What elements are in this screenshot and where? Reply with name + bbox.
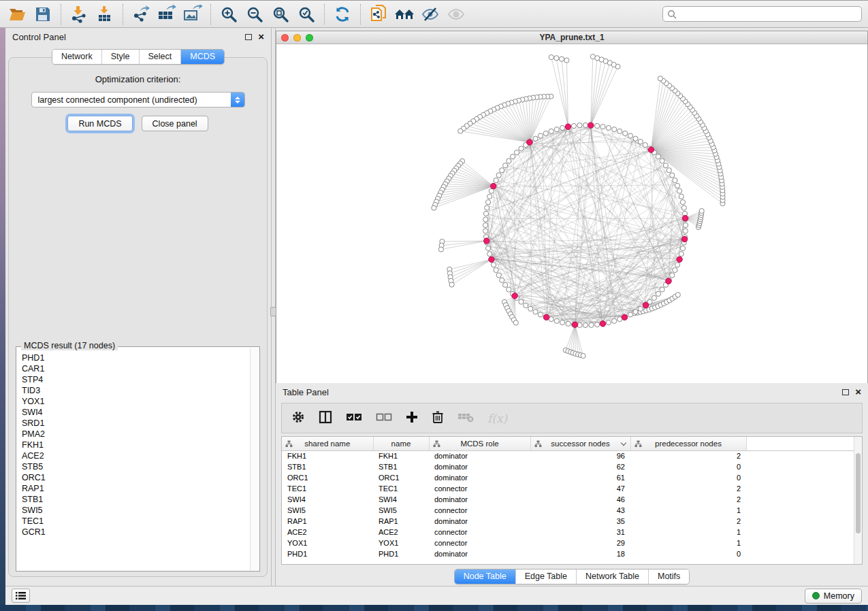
- select-all-icon[interactable]: [346, 412, 362, 425]
- search-box[interactable]: [662, 6, 862, 22]
- mcds-result-item[interactable]: TID3: [22, 385, 250, 396]
- mcds-result-item[interactable]: STB1: [22, 494, 250, 505]
- tab-edge-table[interactable]: Edge Table: [515, 569, 576, 584]
- table-row[interactable]: SWI4SWI4dominator462: [282, 494, 863, 505]
- network-view-window: YPA_prune.txt_1: [276, 31, 868, 383]
- toolbar-separator: [61, 4, 61, 24]
- table-row[interactable]: YOX1YOX1connector291: [282, 538, 863, 548]
- memory-status-icon: [812, 592, 820, 599]
- table-row[interactable]: RAP1RAP1dominator352: [282, 516, 863, 527]
- import-network-icon[interactable]: [69, 4, 89, 24]
- mcds-result-item[interactable]: TEC1: [22, 516, 250, 527]
- table-settings-icon[interactable]: [291, 410, 305, 427]
- tab-motifs[interactable]: Motifs: [648, 569, 689, 584]
- mcds-result-title: MCDS result (17 nodes): [21, 341, 118, 350]
- tab-node-table[interactable]: Node Table: [455, 569, 515, 584]
- table-panel-title: Table Panel: [283, 387, 329, 397]
- app-body: Control Panel × Network Style Select MCD…: [5, 28, 868, 586]
- mcds-result-item[interactable]: GCR1: [22, 527, 250, 538]
- show-columns-icon[interactable]: [319, 410, 332, 427]
- tab-network[interactable]: Network: [52, 50, 101, 64]
- mcds-result-item[interactable]: STP4: [22, 374, 250, 385]
- criterion-dropdown[interactable]: largest connected component (undirected): [31, 92, 245, 108]
- table-row[interactable]: FKH1FKH1dominator962: [282, 450, 863, 461]
- mcds-result-item[interactable]: CAR1: [22, 363, 250, 374]
- cytoscape-window: Control Panel × Network Style Select MCD…: [0, 0, 868, 611]
- mcds-result-scrollbar[interactable]: [250, 348, 259, 570]
- mcds-result-item[interactable]: SWI5: [22, 505, 250, 516]
- float-table-panel-icon[interactable]: [842, 389, 849, 395]
- float-panel-icon[interactable]: [245, 34, 252, 40]
- table-scrollbar[interactable]: [854, 437, 862, 564]
- export-network-icon[interactable]: [131, 4, 151, 24]
- mcds-result-item[interactable]: SRD1: [22, 418, 250, 429]
- network-canvas[interactable]: [276, 44, 867, 383]
- table-row[interactable]: STB1STB1dominator620: [282, 461, 863, 472]
- close-panel-button[interactable]: Close panel: [142, 116, 208, 131]
- control-panel: Control Panel × Network Style Select MCD…: [5, 28, 271, 586]
- show-hidden-icon[interactable]: [446, 4, 466, 24]
- network-title: YPA_prune.txt_1: [276, 33, 867, 42]
- search-input[interactable]: [680, 10, 857, 19]
- table-row[interactable]: ORC1ORC1dominator610: [282, 472, 863, 483]
- table-row[interactable]: TEC1TEC1connector472: [282, 483, 863, 494]
- memory-label: Memory: [824, 591, 854, 601]
- table-row[interactable]: ACE2ACE2connector311: [282, 527, 863, 538]
- table-row[interactable]: PHD1PHD1dominator180: [282, 548, 863, 559]
- table-toolbar: f(x): [281, 403, 863, 433]
- criterion-value: largest connected component (undirected): [32, 95, 231, 105]
- import-table-icon[interactable]: [95, 4, 115, 24]
- col-name[interactable]: name: [373, 437, 429, 450]
- sort-chevron-icon[interactable]: [620, 440, 626, 446]
- zoom-in-icon[interactable]: [219, 4, 239, 24]
- delete-column-icon[interactable]: [432, 410, 444, 427]
- save-session-icon[interactable]: [33, 4, 53, 24]
- mcds-result-item[interactable]: ORC1: [22, 472, 250, 483]
- mcds-result-item[interactable]: YOX1: [22, 396, 250, 407]
- export-table-icon[interactable]: [157, 4, 177, 24]
- mcds-result-item[interactable]: STB5: [22, 461, 250, 472]
- delete-table-icon[interactable]: [457, 412, 474, 425]
- task-history-button[interactable]: [12, 589, 30, 603]
- close-table-panel-icon[interactable]: ×: [855, 389, 861, 395]
- clone-network-icon[interactable]: [368, 4, 389, 24]
- toolbar-separator: [360, 4, 361, 24]
- close-panel-icon[interactable]: ×: [258, 33, 264, 40]
- mcds-result-item[interactable]: SWI4: [22, 407, 250, 418]
- run-mcds-button[interactable]: Run MCDS: [67, 116, 132, 131]
- network-titlebar[interactable]: YPA_prune.txt_1: [276, 31, 867, 44]
- graph-edges: [434, 56, 722, 356]
- mcds-result-box: PHD1CAR1STP4TID3YOX1SWI4SRD1PMA2FKH1ACE2…: [16, 346, 260, 572]
- status-bar: Memory: [5, 586, 868, 605]
- function-builder-icon[interactable]: f(x): [487, 412, 507, 425]
- tab-select[interactable]: Select: [139, 50, 181, 64]
- zoom-selected-icon[interactable]: [296, 4, 317, 24]
- desktop-background-bottom: [0, 605, 868, 611]
- zoom-fit-icon[interactable]: [270, 4, 291, 24]
- mcds-result-item[interactable]: ACE2: [22, 450, 250, 461]
- table-scrollbar-thumb[interactable]: [856, 453, 861, 533]
- add-column-icon[interactable]: [406, 411, 418, 426]
- network-graph[interactable]: [276, 44, 867, 383]
- tab-mcds[interactable]: MCDS: [180, 50, 224, 64]
- mcds-result-item[interactable]: PMA2: [22, 429, 250, 440]
- col-successor-nodes[interactable]: successor nodes: [530, 437, 630, 450]
- mcds-result-item[interactable]: PHD1: [22, 352, 250, 363]
- tab-style[interactable]: Style: [101, 50, 139, 64]
- memory-button[interactable]: Memory: [805, 589, 862, 604]
- zoom-out-icon[interactable]: [244, 4, 265, 24]
- vertical-splitter[interactable]: [271, 28, 276, 586]
- show-all-icon[interactable]: [394, 4, 415, 24]
- col-predecessor-nodes[interactable]: predecessor nodes: [630, 437, 746, 450]
- apply-layout-icon[interactable]: [332, 4, 353, 24]
- col-mcds-role[interactable]: MCDS role: [429, 437, 530, 450]
- export-image-icon[interactable]: [182, 4, 203, 24]
- hide-selected-icon[interactable]: [420, 4, 440, 24]
- col-shared-name[interactable]: shared name: [282, 437, 373, 450]
- open-file-icon[interactable]: [7, 4, 27, 24]
- deselect-all-icon[interactable]: [376, 412, 392, 425]
- table-row[interactable]: SWI5SWI5connector431: [282, 505, 863, 516]
- tab-network-table[interactable]: Network Table: [576, 569, 648, 584]
- mcds-result-item[interactable]: RAP1: [22, 483, 250, 494]
- mcds-result-item[interactable]: FKH1: [22, 440, 250, 450]
